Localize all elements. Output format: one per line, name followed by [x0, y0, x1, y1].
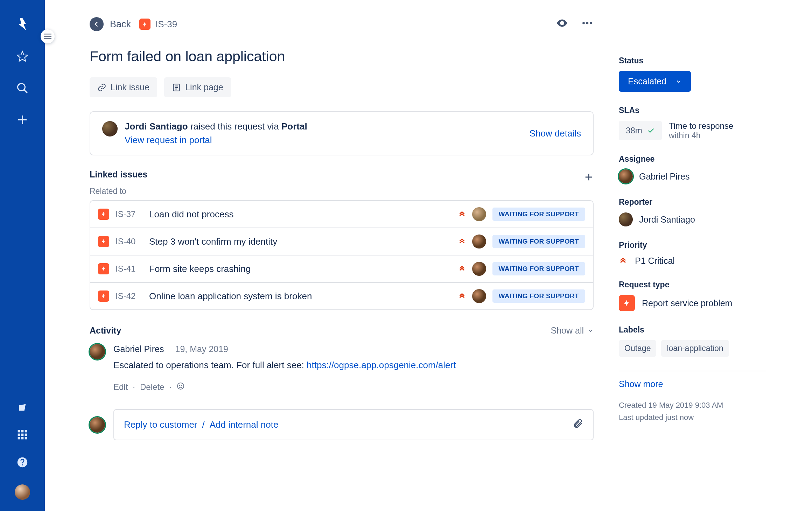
status-lozenge: WAITING FOR SUPPORT	[492, 289, 585, 303]
slas-label: SLAs	[619, 106, 766, 115]
svg-rect-11	[18, 437, 20, 440]
svg-rect-12	[21, 437, 24, 440]
svg-rect-5	[18, 430, 20, 433]
svg-rect-9	[21, 434, 24, 436]
priority-value: P1 Critical	[635, 256, 675, 266]
linked-issue-row[interactable]: IS-40 Step 3 won't confirm my identity W…	[90, 228, 593, 255]
reporter-field[interactable]: Jordi Santiago	[619, 212, 766, 226]
edit-comment-button[interactable]: Edit	[113, 382, 128, 392]
request-type-icon	[619, 295, 635, 311]
chevron-down-icon	[587, 328, 594, 334]
delete-comment-button[interactable]: Delete	[140, 382, 164, 392]
request-type-label: Request type	[619, 280, 766, 289]
svg-point-17	[586, 22, 589, 24]
reporter-avatar	[619, 212, 633, 226]
assignee-avatar	[619, 169, 633, 183]
svg-rect-10	[25, 434, 27, 436]
assignee-avatar	[472, 207, 486, 221]
plus-icon	[584, 172, 594, 182]
svg-rect-6	[21, 430, 24, 433]
link-icon	[97, 83, 106, 92]
reporter-label: Reporter	[619, 197, 766, 207]
svg-point-23	[177, 383, 184, 389]
activity-filter-dropdown[interactable]: Show all	[551, 326, 594, 336]
notification-icon[interactable]	[17, 402, 28, 415]
more-actions-icon[interactable]	[581, 17, 594, 31]
linked-issues-list: IS-37 Loan did not process WAITING FOR S…	[90, 200, 594, 310]
assignee-field[interactable]: Gabriel Pires	[619, 169, 766, 183]
add-reaction-button[interactable]	[176, 382, 185, 392]
priority-label: Priority	[619, 240, 766, 250]
check-icon	[647, 127, 655, 134]
assignee-name: Gabriel Pires	[639, 172, 690, 182]
activity-heading: Activity	[90, 326, 121, 336]
priority-highest-icon	[458, 209, 466, 219]
search-icon[interactable]	[16, 82, 29, 97]
labels-field[interactable]: Outage loan-application	[619, 340, 766, 357]
profile-avatar[interactable]	[15, 484, 30, 500]
svg-point-24	[179, 385, 180, 386]
label-chip[interactable]: Outage	[619, 340, 656, 357]
show-details-link[interactable]: Show details	[530, 128, 581, 139]
svg-rect-8	[18, 434, 20, 436]
comment-link[interactable]: https://ogpse.app.opsgenie.com/alert	[307, 360, 456, 370]
linked-issue-summary: Form site keeps crashing	[149, 264, 452, 274]
star-icon[interactable]	[16, 50, 29, 65]
status-lozenge: WAITING FOR SUPPORT	[492, 235, 585, 248]
created-meta: Created 19 May 2019 9:03 AM	[619, 399, 766, 411]
status-label: Status	[619, 56, 766, 65]
assignee-label: Assignee	[619, 154, 766, 164]
sla-title: Time to response	[669, 121, 734, 131]
attach-file-button[interactable]	[573, 418, 583, 431]
back-button[interactable]: Back	[90, 17, 131, 31]
show-more-link[interactable]: Show more	[619, 379, 663, 389]
updated-meta: Last updated just now	[619, 411, 766, 424]
link-page-button[interactable]: Link page	[164, 77, 231, 97]
reply-input[interactable]: Reply to customer / Add internal note	[113, 409, 594, 440]
comment-author: Gabriel Pires	[113, 344, 164, 354]
product-logo-icon[interactable]	[15, 17, 30, 34]
svg-point-16	[582, 22, 585, 24]
linked-issue-row[interactable]: IS-42 Online loan application system is …	[90, 283, 593, 309]
watch-icon[interactable]	[556, 17, 568, 31]
linked-issues-heading: Linked issues	[90, 169, 147, 180]
reply-sep: /	[202, 419, 205, 430]
emoji-icon	[176, 382, 185, 390]
request-channel: Portal	[281, 121, 307, 132]
reply-to-customer-button[interactable]: Reply to customer	[124, 419, 197, 430]
add-linked-issue-button[interactable]	[584, 172, 594, 184]
create-icon[interactable]	[16, 113, 29, 128]
linked-issue-key: IS-41	[115, 264, 143, 274]
app-switcher-icon[interactable]	[17, 429, 28, 442]
svg-point-25	[181, 385, 182, 386]
label-chip[interactable]: loan-application	[661, 340, 729, 357]
sidebar-toggle[interactable]	[41, 29, 55, 43]
status-dropdown[interactable]: Escalated	[619, 71, 691, 92]
comment: Gabriel Pires 19, May 2019 Escalated to …	[90, 344, 594, 392]
issue-type-icon	[98, 290, 109, 302]
status-lozenge: WAITING FOR SUPPORT	[492, 262, 585, 275]
back-label: Back	[110, 19, 131, 30]
priority-field[interactable]: P1 Critical	[619, 255, 766, 266]
issue-type-icon	[139, 19, 150, 30]
add-internal-note-button[interactable]: Add internal note	[210, 419, 279, 430]
svg-rect-2	[44, 38, 51, 39]
status-lozenge: WAITING FOR SUPPORT	[492, 208, 585, 221]
issue-key-breadcrumb[interactable]: IS-39	[139, 19, 177, 30]
svg-line-4	[24, 90, 27, 93]
svg-rect-13	[25, 437, 27, 440]
comment-body: Escalated to operations team. For full a…	[113, 358, 594, 372]
request-type-field[interactable]: Report service problem	[619, 295, 766, 311]
view-in-portal-link[interactable]: View request in portal	[125, 135, 212, 145]
linked-issue-row[interactable]: IS-37 Loan did not process WAITING FOR S…	[90, 201, 593, 228]
help-icon[interactable]	[16, 456, 28, 470]
linked-issue-row[interactable]: IS-41 Form site keeps crashing WAITING F…	[90, 255, 593, 283]
current-user-avatar	[90, 417, 105, 433]
menu-icon	[44, 34, 51, 39]
linked-issue-key: IS-42	[115, 291, 143, 301]
link-issue-button[interactable]: Link issue	[90, 77, 157, 97]
reporter-name: Jordi Santiago	[125, 121, 188, 132]
comment-date: 19, May 2019	[175, 344, 229, 354]
show-all-label: Show all	[551, 326, 584, 336]
reporter-name: Jordi Santiago	[639, 215, 695, 225]
